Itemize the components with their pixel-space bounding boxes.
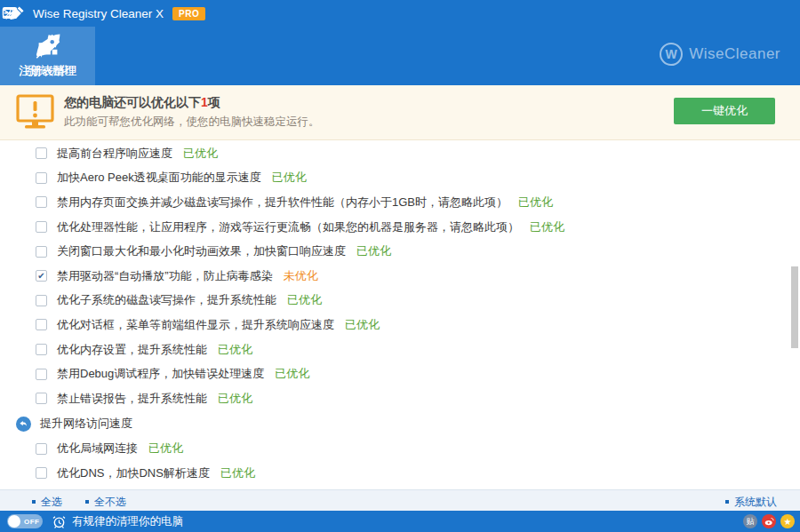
monitor-alert-icon bbox=[14, 91, 56, 133]
wisecleaner-logo: W WiseCleaner bbox=[660, 43, 780, 66]
item-status: 已优化 bbox=[218, 342, 252, 358]
list-item: 优化DNS，加快DNS解析速度 已优化 bbox=[0, 461, 791, 486]
item-status: 已优化 bbox=[218, 391, 252, 407]
item-label: 关闭窗口最大化和最小化时动画效果，加快窗口响应速度 bbox=[57, 243, 346, 259]
status-bar: OFF 有规律的清理你的电脑 贴 ★ bbox=[0, 511, 800, 532]
list-item: 加快Aero Peek透视桌面功能的显示速度 已优化 bbox=[0, 166, 791, 191]
list-item: 优化内存设置，提升系统性能 已优化 bbox=[0, 337, 791, 362]
item-checkbox[interactable] bbox=[36, 295, 47, 306]
item-checkbox[interactable] bbox=[36, 369, 47, 380]
notification-subtitle: 此功能可帮您优化网络，使您的电脑快速稳定运行。 bbox=[64, 115, 320, 130]
pro-badge: PRO bbox=[172, 7, 205, 20]
section-network-speed[interactable]: 提升网络访问速度 bbox=[0, 411, 791, 437]
item-checkbox[interactable] bbox=[36, 147, 47, 159]
item-status: 已优化 bbox=[356, 243, 391, 259]
item-checkbox[interactable] bbox=[36, 443, 47, 455]
app-window: Wise Registry Cleaner X PRO 注册表清理 bbox=[0, 0, 800, 532]
title-bar: Wise Registry Cleaner X PRO bbox=[0, 0, 800, 27]
window-title: Wise Registry Cleaner X bbox=[33, 7, 164, 20]
logo-w-circle: W bbox=[660, 43, 683, 66]
item-label: 禁用驱动器“自动播放”功能，防止病毒感染 bbox=[57, 268, 273, 284]
system-default-link[interactable]: 系统默认 bbox=[725, 495, 777, 510]
item-checkbox[interactable] bbox=[36, 246, 47, 258]
section-label: 提升网络访问速度 bbox=[40, 416, 132, 432]
scrollbar-thumb[interactable] bbox=[791, 266, 798, 348]
footer-bar: 全选 全不选 系统默认 bbox=[0, 489, 800, 511]
item-checkbox[interactable] bbox=[36, 319, 47, 330]
item-checkbox[interactable] bbox=[36, 196, 47, 208]
item-label: 优化对话框，菜单等前端组件显示，提升系统响应速度 bbox=[57, 317, 334, 333]
item-checkbox[interactable] bbox=[36, 221, 47, 233]
schedule-toggle[interactable]: OFF bbox=[7, 514, 43, 528]
notification-title-prefix: 您的电脑还可以优化以下 bbox=[64, 95, 201, 109]
item-label: 优化DNS，加快DNS解析速度 bbox=[57, 465, 210, 481]
select-all-link[interactable]: 全选 bbox=[32, 495, 62, 510]
minimize-icon[interactable] bbox=[0, 4, 20, 22]
item-status: 已优化 bbox=[272, 170, 307, 186]
notification-title: 您的电脑还可以优化以下1项 bbox=[64, 95, 220, 111]
item-status: 已优化 bbox=[148, 441, 183, 457]
one-click-optimize-button[interactable]: 一键优化 bbox=[674, 98, 775, 124]
item-checkbox[interactable] bbox=[36, 270, 47, 282]
tab-label: 注册表整理 bbox=[19, 63, 76, 79]
notification-banner: 您的电脑还可以优化以下1项 此功能可帮您优化网络，使您的电脑快速稳定运行。 一键… bbox=[0, 85, 800, 140]
tab-bar: 注册表清理 系统优化 注册表整理 W WiseClea bbox=[0, 27, 800, 85]
item-status: 已优化 bbox=[530, 219, 564, 235]
item-status: 已优化 bbox=[518, 195, 553, 210]
item-label: 优化内存设置，提升系统性能 bbox=[57, 342, 207, 358]
item-label: 优化处理器性能，让应用程序，游戏等运行更流畅（如果您的机器是服务器，请忽略此项） bbox=[57, 219, 519, 235]
notification-count: 1 bbox=[201, 95, 208, 109]
item-label: 提高前台程序响应速度 bbox=[57, 146, 172, 162]
defrag-blocks-icon bbox=[33, 31, 63, 61]
item-status: 已优化 bbox=[220, 465, 255, 481]
toggle-knob bbox=[8, 515, 20, 528]
item-status: 已优化 bbox=[275, 366, 309, 382]
list-item: 禁止错误报告，提升系统性能 已优化 bbox=[0, 386, 791, 411]
qzone-icon[interactable]: ★ bbox=[780, 514, 795, 528]
schedule-text: 有规律的清理你的电脑 bbox=[72, 511, 183, 532]
list-item: 优化处理器性能，让应用程序，游戏等运行更流畅（如果您的机器是服务器，请忽略此项）… bbox=[0, 215, 791, 240]
notification-title-suffix: 项 bbox=[208, 95, 220, 109]
item-status: 未优化 bbox=[284, 268, 318, 284]
item-status: 已优化 bbox=[183, 146, 218, 162]
item-label: 禁止错误报告，提升系统性能 bbox=[57, 391, 207, 407]
item-status: 已优化 bbox=[345, 317, 380, 333]
list-item: 优化局域网连接 已优化 bbox=[0, 437, 791, 462]
list-item: 禁用驱动器“自动播放”功能，防止病毒感染 未优化 bbox=[0, 264, 791, 289]
tieba-icon[interactable]: 贴 bbox=[743, 514, 757, 528]
select-none-link[interactable]: 全不选 bbox=[85, 495, 126, 510]
tuneup-list: 提高前台程序响应速度 已优化 加快Aero Peek透视桌面功能的显示速度 已优… bbox=[0, 141, 791, 486]
toggle-label: OFF bbox=[24, 518, 40, 526]
item-checkbox[interactable] bbox=[36, 172, 47, 184]
logo-text: WiseCleaner bbox=[689, 45, 780, 63]
item-label: 加快Aero Peek透视桌面功能的显示速度 bbox=[57, 170, 261, 186]
item-checkbox[interactable] bbox=[36, 393, 47, 404]
list-item: 禁用Debug调试程序，加快错误处理速度 已优化 bbox=[0, 361, 791, 386]
item-label: 禁用Debug调试程序，加快错误处理速度 bbox=[57, 366, 264, 382]
list-item: 提高前台程序响应速度 已优化 bbox=[0, 141, 791, 166]
tab-registry-defrag[interactable]: 注册表整理 bbox=[0, 27, 95, 85]
list-item: 优化子系统的磁盘读写操作，提升系统性能 已优化 bbox=[0, 289, 791, 314]
item-checkbox[interactable] bbox=[36, 344, 47, 355]
item-label: 优化子系统的磁盘读写操作，提升系统性能 bbox=[57, 292, 276, 308]
list-item: 优化对话框，菜单等前端组件显示，提升系统响应速度 已优化 bbox=[0, 313, 791, 337]
network-arrow-icon bbox=[16, 417, 31, 432]
list-item: 关闭窗口最大化和最小化时动画效果，加快窗口响应速度 已优化 bbox=[0, 239, 791, 264]
item-label: 优化局域网连接 bbox=[57, 441, 138, 457]
list-item: 禁用内存页面交换并减少磁盘读写操作，提升软件性能（内存小于1GB时，请忽略此项）… bbox=[0, 190, 791, 215]
weibo-icon[interactable] bbox=[762, 514, 776, 528]
item-label: 禁用内存页面交换并减少磁盘读写操作，提升软件性能（内存小于1GB时，请忽略此项） bbox=[57, 195, 508, 210]
alarm-clock-icon bbox=[52, 514, 67, 529]
item-status: 已优化 bbox=[287, 292, 322, 308]
item-checkbox[interactable] bbox=[36, 467, 47, 479]
